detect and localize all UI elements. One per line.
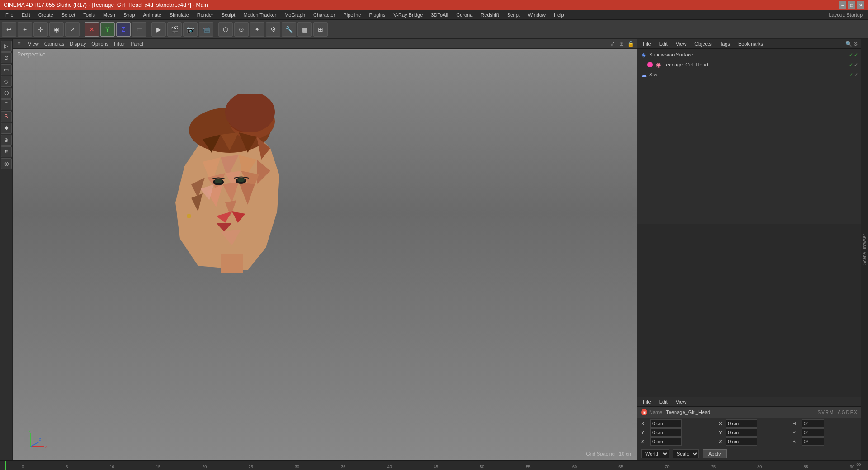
coord-mode-dropdown[interactable]: World Local Object	[641, 449, 669, 458]
menu-corona[interactable]: Corona	[453, 11, 476, 19]
knife-tool[interactable]: ≋	[1, 146, 12, 157]
menu-window[interactable]: Window	[524, 11, 549, 19]
render-preview[interactable]: ▶	[151, 22, 166, 37]
scale-dropdown[interactable]: Scale	[673, 449, 699, 458]
grid-button[interactable]: ▤	[297, 22, 312, 37]
object-row-subdiv[interactable]: ◈ Subdivision Surface ✓ ✓	[638, 50, 860, 60]
coord-y-pos-input[interactable]	[650, 428, 682, 437]
menu-render[interactable]: Render	[193, 11, 217, 19]
move-tool[interactable]: ▷	[1, 41, 12, 52]
subdiv-vis-green[interactable]: ✓	[849, 52, 853, 58]
menu-pipeline[interactable]: Pipeline	[340, 11, 364, 19]
menu-help[interactable]: Help	[550, 11, 568, 19]
vp-menu-display[interactable]: Display	[70, 41, 86, 47]
menu-simulate[interactable]: Simulate	[166, 11, 193, 19]
menu-snap[interactable]: Snap	[120, 11, 139, 19]
menu-mesh[interactable]: Mesh	[99, 11, 119, 19]
grid2-button[interactable]: ⊞	[313, 22, 328, 37]
spline-tool[interactable]: S	[1, 111, 12, 122]
menu-select[interactable]: Select	[58, 11, 79, 19]
light-button[interactable]: ⊙	[234, 22, 249, 37]
coord-b-input[interactable]	[802, 437, 824, 446]
menu-plugins[interactable]: Plugins	[365, 11, 389, 19]
video-button[interactable]: 📹	[199, 22, 213, 37]
subdiv-vis2[interactable]: ✓	[854, 52, 858, 58]
circle-button[interactable]: ◉	[49, 22, 64, 37]
menu-character[interactable]: Character	[310, 11, 339, 19]
paint-tool[interactable]: ◎	[1, 158, 12, 169]
apply-button[interactable]: Apply	[703, 449, 727, 458]
settings-icon[interactable]: ⚙	[853, 41, 858, 47]
obj-tab-tags[interactable]: Tags	[717, 40, 733, 47]
rect-button[interactable]: ▭	[132, 22, 146, 37]
sky-vis2[interactable]: ✓	[854, 72, 858, 78]
obj-tab-edit[interactable]: Edit	[656, 40, 670, 47]
search-icon[interactable]: 🔍	[845, 41, 852, 47]
deform-tool[interactable]: ✱	[1, 123, 12, 134]
select-box-tool[interactable]: ◇	[1, 76, 12, 87]
menu-edit[interactable]: Edit	[18, 11, 34, 19]
add-point-tool[interactable]: ⊕	[1, 135, 12, 146]
wrench-button[interactable]: 🔧	[282, 22, 296, 37]
viewport-canvas[interactable]: Perspective Grid Spacing : 10 cm X Y Z	[13, 49, 637, 460]
camera-button[interactable]: 📷	[183, 22, 198, 37]
vp-menu-view[interactable]: View	[28, 41, 39, 47]
obj-tab-view[interactable]: View	[673, 40, 689, 47]
obj-tab-bookmarks[interactable]: Bookmarks	[736, 40, 766, 47]
coord-h-input[interactable]	[802, 419, 824, 428]
menu-vray[interactable]: V-Ray Bridge	[390, 11, 427, 19]
vp-expand-icon[interactable]: ⤢	[609, 40, 616, 47]
close-button[interactable]: ✕	[857, 1, 864, 9]
z-axis-button[interactable]: Z	[116, 22, 131, 37]
object-row-sky[interactable]: ☁ Sky ✓ ✓	[638, 70, 860, 80]
star-button[interactable]: ✦	[250, 22, 264, 37]
menu-3dtoall[interactable]: 3DToAll	[427, 11, 452, 19]
coord-z-pos-input[interactable]	[650, 437, 682, 446]
menu-motiontracker[interactable]: Motion Tracker	[240, 11, 280, 19]
coord-x-pos-input[interactable]	[650, 419, 682, 428]
coord-y-rot-input[interactable]	[726, 428, 757, 437]
new-button[interactable]: +	[18, 22, 32, 37]
minimize-button[interactable]: –	[839, 1, 846, 9]
menu-sculpt[interactable]: Sculpt	[218, 11, 239, 19]
coord-z-rot-input[interactable]	[726, 437, 757, 446]
object-hex[interactable]: ⬡	[218, 22, 233, 37]
vp-menu-filter[interactable]: Filter	[114, 41, 125, 47]
menu-tools[interactable]: Tools	[80, 11, 99, 19]
vp-menu-icon[interactable]: ≡	[15, 40, 23, 47]
arrow-button[interactable]: ↗	[65, 22, 80, 37]
curve-tool[interactable]: ⌒	[1, 99, 12, 110]
maximize-button[interactable]: □	[848, 1, 855, 9]
object-row-head[interactable]: ◉ Teenage_Girl_Head ✓ ✓	[646, 60, 860, 70]
undo-button[interactable]: ↩	[2, 22, 16, 37]
film-button[interactable]: 🎬	[167, 22, 182, 37]
head-vis-green[interactable]: ✓	[849, 62, 853, 68]
vp-lock-icon[interactable]: 🔒	[627, 40, 634, 47]
gear-button[interactable]: ⚙	[266, 22, 280, 37]
y-axis-button[interactable]: Y	[100, 22, 115, 37]
attr-tab-view[interactable]: View	[673, 398, 689, 405]
menu-animate[interactable]: Animate	[140, 11, 165, 19]
attr-tab-file[interactable]: File	[640, 398, 654, 405]
obj-tab-objects[interactable]: Objects	[692, 40, 714, 47]
viewport[interactable]: ≡ View Cameras Display Options Filter Pa…	[13, 39, 637, 460]
coord-x-rot-input[interactable]	[726, 419, 757, 428]
vp-menu-options[interactable]: Options	[91, 41, 108, 47]
scale-tool[interactable]: ⊙	[1, 52, 12, 63]
add-button[interactable]: ✛	[33, 22, 48, 37]
menu-create[interactable]: Create	[35, 11, 57, 19]
vp-menu-panel[interactable]: Panel	[131, 41, 143, 47]
polygon-tool[interactable]: ⬡	[1, 88, 12, 99]
menu-redshift[interactable]: Redshift	[477, 11, 502, 19]
rotate-tool[interactable]: ▭	[1, 64, 12, 75]
sky-vis-green[interactable]: ✓	[849, 72, 853, 78]
obj-tab-file[interactable]: File	[640, 40, 654, 47]
scene-browser-tab[interactable]: Scene Browser	[861, 39, 868, 460]
menu-file[interactable]: File	[2, 11, 17, 19]
coord-p-input[interactable]	[802, 428, 824, 437]
x-axis-button[interactable]: ✕	[85, 22, 99, 37]
vp-menu-cameras[interactable]: Cameras	[44, 41, 65, 47]
vp-grid-icon[interactable]: ⊞	[618, 40, 625, 47]
attr-tab-edit[interactable]: Edit	[656, 398, 670, 405]
head-vis2[interactable]: ✓	[854, 62, 858, 68]
